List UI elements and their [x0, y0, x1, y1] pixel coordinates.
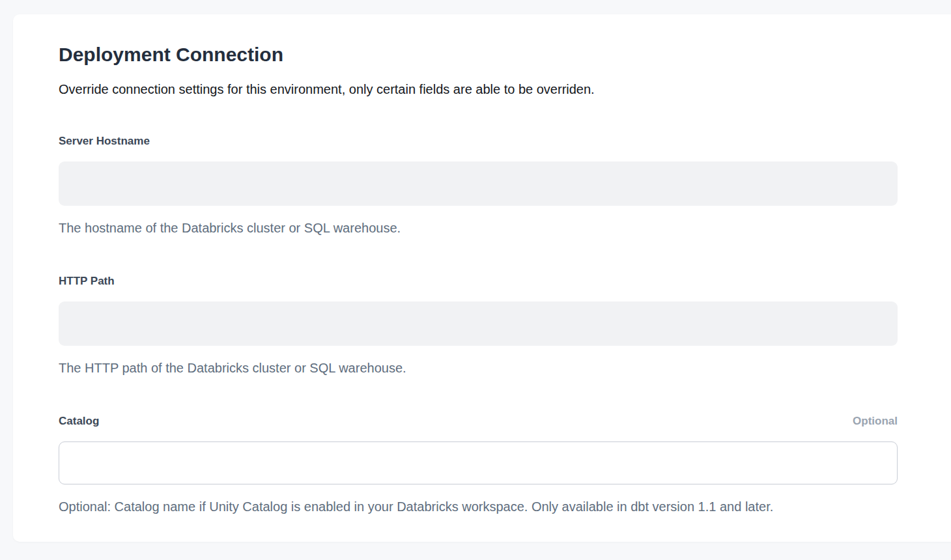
page-subtitle: Override connection settings for this en… [59, 81, 898, 98]
http-path-help: The HTTP path of the Databricks cluster … [59, 359, 898, 376]
server-hostname-label: Server Hostname [59, 134, 150, 148]
deployment-connection-card: Deployment Connection Override connectio… [13, 14, 951, 542]
label-row: Catalog Optional [59, 414, 898, 428]
server-hostname-help: The hostname of the Databricks cluster o… [59, 219, 898, 236]
page-title: Deployment Connection [59, 43, 898, 66]
catalog-input[interactable] [59, 441, 898, 484]
catalog-help: Optional: Catalog name if Unity Catalog … [59, 498, 898, 515]
connection-form: Server Hostname The hostname of the Data… [59, 134, 898, 515]
field-server-hostname: Server Hostname The hostname of the Data… [59, 134, 898, 236]
field-catalog: Catalog Optional Optional: Catalog name … [59, 414, 898, 515]
label-row: Server Hostname [59, 134, 898, 148]
field-http-path: HTTP Path The HTTP path of the Databrick… [59, 274, 898, 376]
label-row: HTTP Path [59, 274, 898, 288]
catalog-label: Catalog [59, 414, 99, 428]
http-path-label: HTTP Path [59, 274, 115, 288]
server-hostname-input [59, 161, 898, 206]
card-content: Deployment Connection Override connectio… [13, 14, 898, 515]
catalog-optional-badge: Optional [853, 414, 898, 428]
http-path-input [59, 301, 898, 346]
